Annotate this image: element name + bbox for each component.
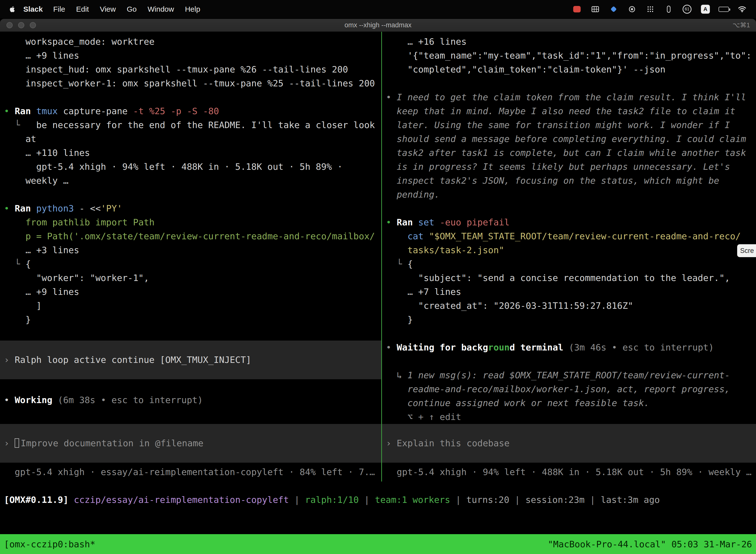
text-segment: ⌥ + ↑ edit <box>407 412 461 422</box>
text-segment: { <box>407 259 413 269</box>
text-segment: readme-and-reco/mailbox/worker-1.json, a… <box>407 384 730 394</box>
tmux-session-label: [omx-cczip0:bash* <box>4 539 95 549</box>
terminal-line: readme-and-reco/mailbox/worker-1.json, a… <box>382 382 756 396</box>
app-menu-slack[interactable]: Slack <box>19 5 48 13</box>
text-segment: … +3 lines <box>25 245 79 255</box>
right-pane[interactable]: … +16 lines'{"team_name":"my-team","task… <box>382 32 756 482</box>
terminal-line: › Explain this codebase <box>382 436 510 450</box>
status-segment: turns:20 <box>466 495 509 505</box>
text-segment: … +7 lines <box>407 287 461 297</box>
grid-icon[interactable] <box>587 0 603 18</box>
text-segment: "subject": "send a concise recommendatio… <box>418 273 730 283</box>
menu-item-go[interactable]: Go <box>121 5 142 13</box>
terminal-line: ⌥ + ↑ edit <box>382 410 756 424</box>
text-segment: ] <box>36 300 42 311</box>
left-pane-bottom: › Improve documentation in @filename gpt… <box>0 424 381 482</box>
titlebar[interactable]: omx --xhigh --madmax ⌥⌘1 <box>0 19 756 32</box>
battery-glyph <box>718 7 729 12</box>
status-segment: | <box>359 495 375 505</box>
text-segment: gpt-5.4 xhigh · 94% left · 488K in · 5.1… <box>36 162 342 172</box>
left-pane[interactable]: workspace_mode: worktree… +9 linesinspec… <box>0 32 381 482</box>
left-prompt-band[interactable]: › Improve documentation in @filename <box>0 424 381 463</box>
text-segment: } <box>25 315 31 325</box>
status-segment: last:3m ago <box>601 495 660 505</box>
blue-app-icon[interactable] <box>606 0 622 18</box>
text-segment: keep that in mind. Maybe I also need the… <box>397 106 735 116</box>
text-segment: • <box>4 106 15 116</box>
screen-recording-icon[interactable] <box>569 0 585 18</box>
text-segment: 'PY' <box>101 203 122 214</box>
terminal-line <box>382 76 756 90</box>
terminal-line <box>0 379 381 393</box>
text-segment: p = Path('.omx/state/team/review-current… <box>25 231 375 241</box>
text-segment: -euo pipefail <box>440 217 510 227</box>
terminal-line <box>0 90 381 104</box>
text-segment: … +9 lines <box>25 287 79 297</box>
text-segment: I need to get the claim token from the c… <box>397 92 746 102</box>
terminal-line: • Ran set -euo pipefail <box>382 215 756 229</box>
menu-items: FileEditViewGoWindowHelp <box>48 5 206 13</box>
battery-gauge-icon[interactable]: 61 <box>679 0 695 18</box>
terminal-line: '{"team_name":"my-team","task_id":"1","f… <box>382 49 756 63</box>
terminal-line: › Ralph loop active continue [OMX_TMUX_I… <box>0 353 251 367</box>
text-segment: tasks/task-2.json" <box>407 245 504 255</box>
terminal-line: "worker": "worker-1", <box>0 271 381 285</box>
clipped-screen-overlay[interactable]: Scre <box>737 244 756 257</box>
terminal-line: gpt-5.4 xhigh · 94% left · 488K in · 5.1… <box>382 465 756 479</box>
apple-icon <box>9 5 16 13</box>
tmux-status-bar: [omx-cczip0:bash* "MacBook-Pro-44.local"… <box>0 534 756 554</box>
text-segment: (6m 38s • esc to interrupt) <box>58 395 203 405</box>
text-segment: Improve documentation in @filename <box>20 438 203 448</box>
terminal-line <box>382 202 756 215</box>
right-prompt-band[interactable]: › Explain this codebase <box>382 424 756 463</box>
menu-item-help[interactable]: Help <box>180 5 206 13</box>
text-segment: task2 after task1 is complete, but can I… <box>397 148 746 158</box>
terminal-line: … +3 lines <box>0 243 381 257</box>
dots-grid-icon[interactable] <box>642 0 658 18</box>
text-segment: "$OMX_TEAM_STATE_ROOT/team/review-curren… <box>429 231 741 241</box>
text-segment: Ran <box>397 217 418 227</box>
right-status-line: gpt-5.4 xhigh · 94% left · 488K in · 5.1… <box>382 465 756 479</box>
text-segment: Ran <box>15 106 36 116</box>
text-segment: • <box>386 342 397 352</box>
battery-gauge-value: 61 <box>683 5 692 14</box>
text-segment: Working <box>15 395 58 405</box>
terminal-line: ↳ 1 new msg(s): read $OMX_TEAM_STATE_ROO… <box>382 368 756 382</box>
text-segment: python3 <box>36 203 79 214</box>
menu-item-file[interactable]: File <box>48 5 70 13</box>
terminal-content: workspace_mode: worktree… +9 linesinspec… <box>0 32 756 554</box>
terminal-line: tasks/task-2.json" <box>382 243 756 257</box>
text-segment: capture-pane <box>63 106 133 116</box>
menu-item-view[interactable]: View <box>94 5 121 13</box>
terminal-line: └ be necessary for the end of the README… <box>0 118 381 132</box>
text-segment: weekly … <box>25 175 68 186</box>
text-segment: … +9 lines <box>25 50 79 61</box>
menu-item-window[interactable]: Window <box>142 5 180 13</box>
status-segment: session:23m <box>525 495 584 505</box>
text-segment: Ran <box>15 203 36 214</box>
terminal-line: … +110 lines <box>0 146 381 160</box>
tmux-host-time-label: "MacBook-Pro-44.local" 05:03 31-Mar-26 <box>548 539 752 549</box>
terminal-line: p = Path('.omx/state/team/review-current… <box>0 229 381 243</box>
terminal-line: … +16 lines <box>382 35 756 49</box>
terminal-line: └ { <box>382 257 756 271</box>
window-shortcut-hint: ⌥⌘1 <box>733 21 750 29</box>
text-segment: inspect task2's JSON, focusing on the st… <box>397 175 719 186</box>
input-source-icon[interactable]: A <box>697 0 713 18</box>
status-circle-icon[interactable] <box>624 0 640 18</box>
apple-menu[interactable] <box>6 0 19 18</box>
terminal-line: › Improve documentation in @filename <box>0 436 203 450</box>
wifi-icon[interactable] <box>734 0 750 18</box>
terminal-line: └ { <box>0 257 381 271</box>
text-segment: be necessary for the end of the README. … <box>36 120 375 130</box>
terminal-line: keep that in mind. Maybe I also need the… <box>382 104 756 118</box>
battery-icon[interactable] <box>716 0 732 18</box>
text-segment: Waiting for backg <box>397 342 488 352</box>
terminal-line: gpt-5.4 xhigh · essay/ai-reimplementatio… <box>0 465 381 479</box>
terminal-line: continue assigned work or next feasible … <box>382 396 756 410</box>
text-segment: … +110 lines <box>25 148 90 158</box>
menu-item-edit[interactable]: Edit <box>71 5 94 13</box>
menu-pill-icon[interactable] <box>661 0 677 18</box>
text-segment: "created_at": "2026-03-31T11:59:27.816Z" <box>418 300 633 311</box>
text-segment: -t %25 -p -S -80 <box>133 106 219 116</box>
